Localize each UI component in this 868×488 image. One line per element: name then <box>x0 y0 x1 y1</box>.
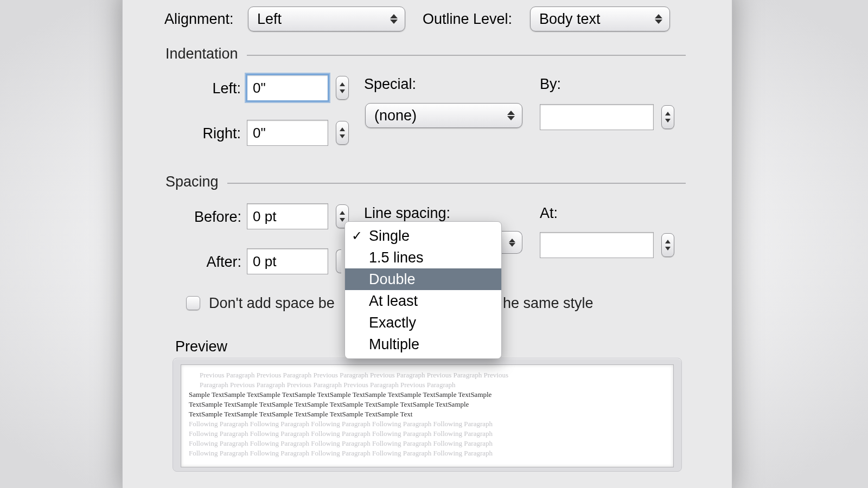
line-spacing-option[interactable]: At least <box>345 290 501 312</box>
line-spacing-select[interactable] <box>502 231 522 254</box>
section-rule <box>227 183 686 184</box>
line-spacing-option[interactable]: Multiple <box>345 333 501 355</box>
by-stepper[interactable] <box>661 105 674 129</box>
preview-box: Previous Paragraph Previous Paragraph Pr… <box>181 364 674 467</box>
indent-right-input[interactable]: 0" <box>247 120 328 146</box>
indent-right-label: Right: <box>193 125 241 142</box>
line-spacing-option-label: At least <box>369 293 418 310</box>
indentation-section-header: Indentation <box>165 46 686 62</box>
preview-title: Preview <box>175 338 227 355</box>
outline-level-value: Body text <box>539 11 601 28</box>
line-spacing-menu[interactable]: ✓Single1.5 linesDoubleAt leastExactlyMul… <box>344 221 502 359</box>
line-spacing-option[interactable]: ✓Single <box>345 225 501 247</box>
spacing-section-header: Spacing <box>165 174 686 190</box>
line-spacing-label: Line spacing: <box>364 205 450 222</box>
indent-left-value: 0" <box>253 80 266 97</box>
preview-sample-line: Sample TextSample TextSample TextSample … <box>189 390 666 400</box>
preview-follow-line: Following Paragraph Following Paragraph … <box>189 448 666 458</box>
line-spacing-option-label: Double <box>369 271 416 288</box>
line-spacing-option[interactable]: Double <box>345 268 501 290</box>
after-input[interactable]: 0 pt <box>247 248 328 274</box>
preview-follow-line: Following Paragraph Following Paragraph … <box>189 439 666 448</box>
before-label: Before: <box>185 209 241 226</box>
line-spacing-option[interactable]: 1.5 lines <box>345 247 501 268</box>
before-input[interactable]: 0 pt <box>247 203 328 229</box>
alignment-label: Alignment: <box>164 11 234 28</box>
dont-add-space-label-right: he same style <box>503 295 593 312</box>
before-value: 0 pt <box>253 208 276 225</box>
line-spacing-option-label: Single <box>369 228 410 245</box>
select-arrows-icon <box>388 13 399 25</box>
alignment-value: Left <box>257 11 282 28</box>
paragraph-dialog: Alignment: Left Outline Level: Body text… <box>122 0 732 488</box>
line-spacing-option[interactable]: Exactly <box>345 312 501 333</box>
preview-sample-line: TextSample TextSample TextSample TextSam… <box>189 409 666 419</box>
preview-prev-line: Previous Paragraph Previous Paragraph Pr… <box>200 370 666 380</box>
indent-right-stepper[interactable] <box>336 121 349 145</box>
select-arrows-icon <box>509 238 515 247</box>
at-input[interactable] <box>540 232 654 258</box>
line-spacing-option-label: 1.5 lines <box>369 249 424 266</box>
special-label: Special: <box>364 76 416 93</box>
preview-follow-line: Following Paragraph Following Paragraph … <box>189 429 666 439</box>
preview-prev-line: Paragraph Previous Paragraph Previous Pa… <box>200 380 666 390</box>
alignment-select[interactable]: Left <box>248 7 405 31</box>
outline-level-select[interactable]: Body text <box>530 7 670 31</box>
indent-left-input[interactable]: 0" <box>247 75 328 101</box>
by-label: By: <box>540 76 561 93</box>
outline-level-label: Outline Level: <box>423 11 512 28</box>
spacing-title: Spacing <box>165 174 219 190</box>
indentation-title: Indentation <box>165 46 238 62</box>
dont-add-space-label-left: Don't add space be <box>209 295 335 312</box>
indent-left-label: Left: <box>203 80 241 97</box>
indent-left-stepper[interactable] <box>336 76 349 100</box>
by-input[interactable] <box>540 104 654 130</box>
checkmark-icon: ✓ <box>352 228 362 243</box>
dont-add-space-checkbox[interactable] <box>186 296 200 310</box>
preview-sample-line: TextSample TextSample TextSample TextSam… <box>189 400 666 409</box>
select-arrows-icon <box>506 110 516 121</box>
preview-follow-line: Following Paragraph Following Paragraph … <box>189 419 666 429</box>
special-value: (none) <box>374 107 417 124</box>
section-rule <box>247 55 686 56</box>
line-spacing-option-label: Exactly <box>369 314 416 331</box>
after-label: After: <box>196 254 241 271</box>
indent-right-value: 0" <box>253 125 266 142</box>
at-stepper[interactable] <box>661 233 674 257</box>
after-value: 0 pt <box>253 253 276 270</box>
select-arrows-icon <box>653 13 664 25</box>
line-spacing-option-label: Multiple <box>369 336 419 353</box>
after-stepper[interactable] <box>336 249 341 273</box>
at-label: At: <box>540 205 558 222</box>
special-select[interactable]: (none) <box>365 103 522 128</box>
